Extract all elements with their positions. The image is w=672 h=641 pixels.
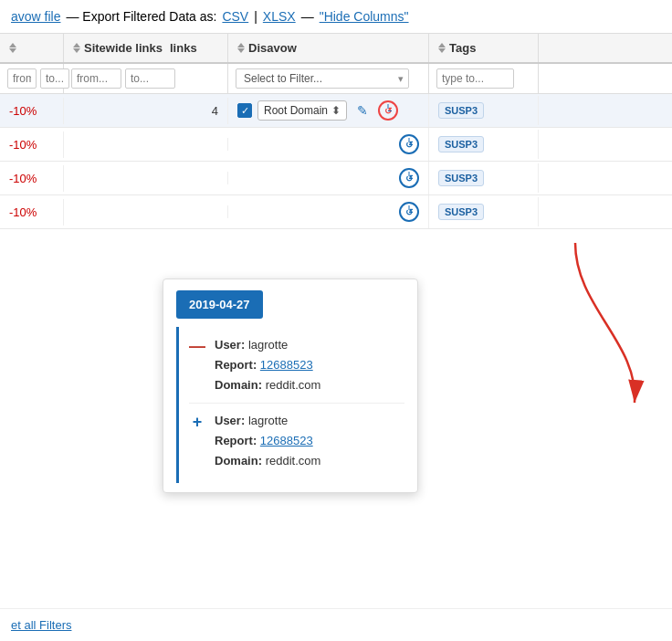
score-value-4: -10% bbox=[9, 205, 37, 219]
table-header: Sitewide links links Disavow Tags bbox=[0, 34, 672, 64]
domain-label-1: Domain: bbox=[215, 378, 262, 392]
disavow-cell-1: ✓ Root Domain ⬍ ✎ ↺ bbox=[228, 94, 429, 127]
tags-filter-input[interactable] bbox=[436, 68, 514, 89]
csv-link[interactable]: CSV bbox=[222, 9, 248, 24]
disavow-cell-3: ↺ bbox=[228, 162, 429, 194]
sort-arrows-score bbox=[9, 43, 16, 53]
filter-cell-score bbox=[0, 64, 64, 93]
xlsx-link[interactable]: XLSX bbox=[263, 9, 296, 24]
col-header-tags[interactable]: Tags bbox=[429, 34, 539, 62]
disavow-checkbox-1[interactable]: ✓ bbox=[237, 103, 252, 118]
user-label-1: User: bbox=[215, 338, 245, 352]
history-icon-2[interactable]: ↺ bbox=[399, 134, 419, 154]
sitewide-label2: links bbox=[170, 41, 197, 55]
tooltip-content-1: User: lagrotte Report: 12688523 Domain: … bbox=[215, 335, 320, 395]
sort-down-disavow bbox=[237, 48, 245, 53]
domain-value-1: reddit.com bbox=[266, 378, 321, 392]
tags-cell-4: SUSP3 bbox=[429, 197, 539, 226]
tooltip-popup: 2019-04-27 — User: lagrotte Report: 1268… bbox=[163, 278, 418, 493]
history-icon-4[interactable]: ↺ bbox=[399, 202, 419, 222]
susp-badge-1: SUSP3 bbox=[438, 102, 484, 119]
table-row: -10% ↺ SUSP3 bbox=[0, 128, 672, 162]
tooltip-date: 2019-04-27 bbox=[176, 290, 263, 319]
domain-value-2: reddit.com bbox=[266, 454, 321, 468]
tooltip-entry-1: — User: lagrotte Report: 12688523 Domain… bbox=[189, 328, 404, 404]
sep1: | bbox=[254, 9, 257, 24]
sort-up-sitewide bbox=[73, 43, 80, 47]
col-header-disavow[interactable]: Disavow bbox=[228, 34, 429, 62]
table-row: -10% ↺ SUSP3 bbox=[0, 195, 672, 229]
user-value-2: lagrotte bbox=[248, 414, 288, 427]
col-header-score[interactable] bbox=[0, 34, 64, 62]
export-text: — Export Filtered Data as: bbox=[66, 9, 216, 24]
tooltip-minus-icon: — bbox=[189, 337, 205, 395]
history-icon-1[interactable]: ↺ bbox=[378, 100, 398, 121]
sort-up-tags bbox=[438, 43, 446, 47]
disavow-type-label-1: Root Domain bbox=[264, 104, 328, 117]
sort-down-score bbox=[9, 48, 16, 53]
filter-row: Select to Filter... bbox=[0, 64, 672, 94]
score-value-2: -10% bbox=[9, 138, 37, 152]
tags-cell-3: SUSP3 bbox=[429, 163, 539, 193]
disavow-file-link[interactable]: avow file bbox=[11, 9, 60, 24]
sitewide-to-input[interactable] bbox=[125, 68, 175, 89]
tooltip-body: — User: lagrotte Report: 12688523 Domain… bbox=[163, 319, 417, 492]
sitewide-cell-2 bbox=[64, 138, 228, 151]
sitewide-cell-4 bbox=[64, 205, 228, 218]
reset-filters-link[interactable]: et all Filters bbox=[11, 618, 71, 632]
table-row: -10% 4 ✓ Root Domain ⬍ ✎ ↺ SUSP3 bbox=[0, 94, 672, 128]
edit-icon-1[interactable]: ✎ bbox=[352, 100, 373, 121]
sort-up-disavow bbox=[237, 43, 245, 47]
disavow-type-select-1[interactable]: Root Domain ⬍ bbox=[257, 100, 347, 121]
user-label-2: User: bbox=[215, 414, 245, 427]
score-from-input[interactable] bbox=[7, 68, 37, 89]
disavow-type-arrow-icon: ⬍ bbox=[331, 104, 341, 117]
score-cell-4: -10% bbox=[0, 199, 64, 226]
score-cell-2: -10% bbox=[0, 131, 64, 158]
disavow-filter-select[interactable]: Select to Filter... bbox=[236, 68, 409, 89]
score-cell-1: -10% bbox=[0, 98, 64, 124]
tooltip-content-2: User: lagrotte Report: 12688523 Domain: … bbox=[215, 411, 320, 471]
sitewide-cell-1: 4 bbox=[64, 98, 228, 124]
susp-badge-2: SUSP3 bbox=[438, 136, 484, 152]
sort-arrows-sitewide bbox=[73, 43, 80, 53]
filter-cell-sitewide bbox=[64, 64, 228, 93]
domain-label-2: Domain: bbox=[215, 454, 262, 468]
col-header-sitewide[interactable]: Sitewide links links bbox=[64, 34, 228, 62]
disavow-cell-2: ↺ bbox=[228, 128, 429, 161]
reset-filters-label: et all Filters bbox=[11, 618, 71, 632]
report-label-2: Report: bbox=[215, 434, 257, 447]
sort-arrows-tags bbox=[438, 43, 446, 53]
sitewide-label: Sitewide links bbox=[84, 41, 163, 55]
score-value-3: -10% bbox=[9, 172, 37, 185]
score-cell-3: -10% bbox=[0, 165, 64, 192]
disavow-label: Disavow bbox=[248, 41, 297, 55]
susp-badge-3: SUSP3 bbox=[438, 170, 484, 186]
disavow-filter-wrapper: Select to Filter... bbox=[236, 68, 409, 89]
table-row: -10% ↺ SUSP3 bbox=[0, 162, 672, 195]
sitewide-cell-3 bbox=[64, 172, 228, 184]
filter-cell-tags bbox=[429, 64, 539, 93]
susp-badge-4: SUSP3 bbox=[438, 204, 484, 220]
score-value-1: -10% bbox=[9, 104, 37, 118]
report-link-2[interactable]: 12688523 bbox=[260, 434, 313, 447]
tags-label: Tags bbox=[449, 41, 476, 55]
bottom-bar: et all Filters bbox=[0, 608, 672, 641]
tags-cell-1: SUSP3 bbox=[429, 96, 539, 125]
hide-columns-link[interactable]: "Hide Columns" bbox=[320, 9, 409, 24]
report-label-1: Report: bbox=[215, 358, 257, 372]
red-arrow-indicator bbox=[557, 234, 667, 416]
sort-down-sitewide bbox=[73, 48, 80, 53]
sort-up-score bbox=[9, 43, 16, 47]
disavow-cell-4: ↺ bbox=[228, 195, 429, 228]
sort-down-tags bbox=[438, 48, 446, 53]
history-icon-3[interactable]: ↺ bbox=[399, 168, 419, 188]
tooltip-plus-icon: + bbox=[189, 413, 205, 471]
user-value-1: lagrotte bbox=[248, 338, 288, 352]
tooltip-left-border bbox=[176, 327, 179, 483]
sitewide-from-input[interactable] bbox=[71, 68, 121, 89]
filter-cell-disavow: Select to Filter... bbox=[228, 64, 429, 93]
report-link-1[interactable]: 12688523 bbox=[260, 358, 313, 372]
tooltip-entry-2: + User: lagrotte Report: 12688523 Domain… bbox=[189, 404, 404, 478]
sort-arrows-disavow bbox=[237, 43, 245, 53]
